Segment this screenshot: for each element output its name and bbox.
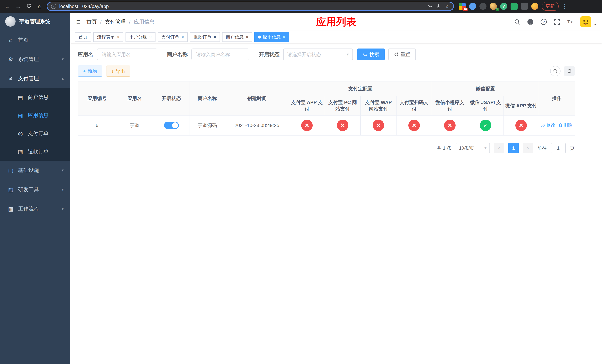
- export-button[interactable]: ↓ 导出: [106, 65, 130, 77]
- tab-home[interactable]: 首页: [75, 32, 91, 42]
- wx-jsapi-status-icon: [480, 120, 491, 131]
- refresh-table-button[interactable]: [564, 66, 575, 76]
- sidebar-item-devtools[interactable]: ▨ 研发工具 ▾: [0, 180, 70, 199]
- site-info-icon[interactable]: i: [51, 4, 56, 9]
- font-size-icon[interactable]: TT: [567, 19, 574, 25]
- pagination: 共 1 条 10条/页 ▾ ‹ 1 › 前往 页: [78, 143, 575, 153]
- tab-pay-orders[interactable]: 支付订单×: [158, 32, 188, 42]
- edit-button[interactable]: 修改: [541, 122, 555, 128]
- help-icon[interactable]: ?: [540, 18, 547, 25]
- status-select[interactable]: 请选择开启状态 ▾: [283, 49, 353, 60]
- extension-avatar-icon[interactable]: 1: [490, 3, 497, 10]
- sidebar-menu: ⌂ 首页 ⚙ 系统管理 ▾ ¥ 支付管理 ▴ ▤ 商户信息: [0, 30, 70, 218]
- sidebar-item-workflow[interactable]: ▩ 工作流程 ▾: [0, 199, 70, 218]
- extension-grid-icon[interactable]: 10: [459, 3, 466, 10]
- cell-wx-mini: [432, 115, 468, 135]
- chevron-down-icon: ▾: [62, 168, 64, 173]
- merchant-name-input[interactable]: [191, 49, 249, 60]
- address-bar[interactable]: i localhost:1024/pay/app ☆: [47, 2, 454, 11]
- home-icon: ⌂: [7, 37, 15, 43]
- search-button[interactable]: 搜索: [357, 49, 385, 60]
- sidebar-toggle-icon[interactable]: ≡: [76, 18, 81, 26]
- sidebar-item-refund-orders[interactable]: ▧ 退款订单: [0, 143, 70, 161]
- search-icon: [553, 69, 558, 74]
- bookmark-star-icon[interactable]: ☆: [445, 3, 450, 10]
- extension-dark-icon[interactable]: [479, 3, 486, 10]
- table-toolbar: + 新增 ↓ 导出: [78, 65, 575, 77]
- sidebar-item-label: 工作流程: [18, 205, 39, 212]
- alipay-qr-status-icon: [408, 120, 420, 131]
- goto-page-input[interactable]: [551, 143, 566, 153]
- delete-button[interactable]: 删除: [558, 122, 572, 128]
- prev-page-button[interactable]: ‹: [494, 143, 504, 153]
- chevron-down-icon: ▾: [62, 206, 64, 211]
- close-icon[interactable]: ×: [149, 34, 152, 40]
- extension-badge: 10: [463, 8, 468, 11]
- sidebar-item-merchant-info[interactable]: ▤ 商户信息: [0, 88, 70, 106]
- extension-drop-icon[interactable]: [469, 3, 476, 10]
- browser-home-button[interactable]: ⌂: [36, 3, 43, 9]
- vue-devtools-icon[interactable]: V: [500, 3, 507, 10]
- chrome-menu-icon[interactable]: ⋮: [562, 3, 568, 10]
- col-actions: 操作: [539, 81, 575, 115]
- sidebar-item-system[interactable]: ⚙ 系统管理 ▾: [0, 50, 70, 69]
- reset-button[interactable]: 重置: [388, 49, 416, 60]
- share-icon[interactable]: [436, 4, 441, 9]
- avatar-caret-icon[interactable]: ▾: [594, 22, 596, 27]
- col-alipay-app: 支付宝 APP 支付: [289, 96, 325, 115]
- github-icon[interactable]: [527, 18, 534, 25]
- sidebar-item-home[interactable]: ⌂ 首页: [0, 30, 70, 50]
- close-icon[interactable]: ×: [182, 34, 184, 40]
- search-icon[interactable]: [514, 19, 521, 25]
- user-avatar[interactable]: [580, 16, 591, 27]
- extension-face-icon[interactable]: [531, 3, 538, 10]
- sidebar-item-payment[interactable]: ¥ 支付管理 ▴: [0, 69, 70, 88]
- extension-chat-icon[interactable]: [511, 3, 517, 10]
- tab-process-form[interactable]: 流程表单×: [93, 32, 123, 42]
- tab-refund-orders[interactable]: 退款订单×: [190, 32, 220, 42]
- close-icon[interactable]: ×: [214, 34, 216, 40]
- browser-back-button[interactable]: ←: [4, 3, 11, 9]
- col-merchant: 商户名称: [190, 81, 225, 115]
- cell-app-id: 6: [78, 115, 116, 135]
- gear-icon: ⚙: [7, 56, 15, 63]
- sidebar-item-label: 基础设施: [18, 167, 39, 174]
- cell-actions: 修改 删除: [539, 115, 575, 135]
- app-name-input[interactable]: [97, 49, 157, 60]
- extension-badge-green: 1: [495, 8, 499, 11]
- navbar-actions: ? TT ▾: [514, 16, 596, 27]
- col-status: 开启状态: [153, 81, 190, 115]
- fullscreen-icon[interactable]: [553, 19, 560, 25]
- browser-chrome: ← → ⌂ i localhost:1024/pay/app ☆ 10 1: [0, 0, 602, 13]
- tab-user-group[interactable]: 用户分组×: [126, 32, 155, 42]
- page-size-select[interactable]: 10条/页 ▾: [456, 143, 490, 153]
- status-toggle[interactable]: [164, 122, 179, 129]
- yen-icon: ¥: [7, 75, 15, 82]
- close-icon[interactable]: ×: [283, 34, 285, 40]
- password-key-icon[interactable]: [427, 4, 432, 9]
- tab-merchant-info[interactable]: 商户信息×: [222, 32, 252, 42]
- sidebar-item-infrastructure[interactable]: ▢ 基础设施 ▾: [0, 161, 70, 180]
- sidebar-item-pay-orders[interactable]: ◎ 支付订单: [0, 124, 70, 143]
- sidebar-item-app-info[interactable]: ▦ 应用信息: [0, 106, 70, 124]
- top-navbar: ≡ 首页 / 支付管理 / 应用信息 应用列表: [70, 13, 602, 31]
- next-page-button[interactable]: ›: [523, 143, 533, 153]
- add-button[interactable]: + 新增: [78, 65, 102, 77]
- toolbox-icon: ▨: [7, 186, 15, 193]
- page-number-1[interactable]: 1: [508, 143, 519, 153]
- browser-forward-button[interactable]: →: [14, 3, 22, 9]
- extension-puzzle-icon[interactable]: [521, 3, 528, 10]
- breadcrumb-payment[interactable]: 支付管理: [105, 18, 126, 25]
- breadcrumb-home[interactable]: 首页: [86, 18, 97, 25]
- close-icon[interactable]: ×: [246, 34, 248, 40]
- chrome-update-button[interactable]: 更新: [542, 2, 559, 11]
- col-wx-mini: 微信小程序支付: [432, 96, 468, 115]
- browser-reload-button[interactable]: [25, 3, 32, 10]
- monitor-icon: ▢: [7, 167, 15, 174]
- extensions-area: 10 1 V: [459, 3, 538, 10]
- merchant-name-label: 商户名称: [167, 51, 188, 58]
- app-table: 应用编号 应用名 开启状态 商户名称 创建时间 支付宝配置 微信配置 操作 支付…: [78, 81, 575, 136]
- close-icon[interactable]: ×: [117, 34, 119, 40]
- toggle-search-button[interactable]: [550, 66, 560, 76]
- tab-app-info[interactable]: 应用信息×: [254, 32, 289, 42]
